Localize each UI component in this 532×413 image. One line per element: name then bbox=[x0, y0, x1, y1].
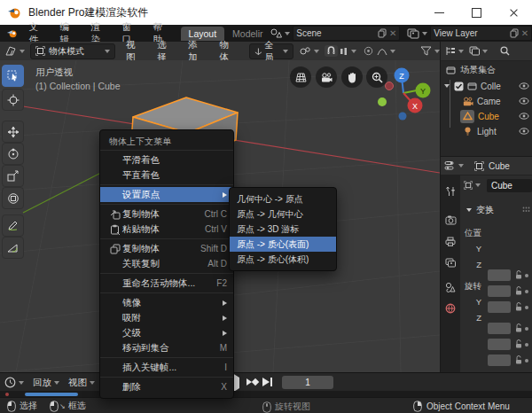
scale-tool[interactable] bbox=[2, 165, 24, 187]
object-selector[interactable] bbox=[464, 181, 481, 190]
menu-item-rename-active[interactable]: 重命名活动物体...F2 bbox=[100, 276, 233, 291]
menu-item-duplicate-objects[interactable]: 复制物体Shift D bbox=[100, 241, 233, 256]
minimize-button[interactable] bbox=[420, 0, 458, 25]
outliner-filter-dropdown[interactable] bbox=[469, 46, 488, 56]
search-icon[interactable] bbox=[500, 46, 510, 56]
unlink-scene-icon[interactable]: ✕ bbox=[389, 28, 396, 38]
timeline-editor-type-button[interactable] bbox=[4, 377, 24, 388]
outliner-camera-row[interactable]: Came bbox=[441, 94, 532, 108]
camera-view-button[interactable] bbox=[316, 66, 337, 88]
lock-icon[interactable] bbox=[514, 301, 523, 312]
rotate-tool[interactable] bbox=[2, 143, 24, 165]
frame-range-handle[interactable] bbox=[25, 393, 78, 396]
lock-icon[interactable] bbox=[514, 339, 523, 349]
menu-item-paste-objects[interactable]: 粘贴物体Ctrl V bbox=[100, 222, 233, 237]
object-name-field[interactable]: Cube bbox=[487, 179, 532, 192]
timeline-scrollbar[interactable] bbox=[0, 391, 532, 397]
view-layer-field[interactable]: View Layer ✕ bbox=[430, 26, 532, 41]
mode-dropdown[interactable]: 物体模式 bbox=[30, 43, 115, 59]
toggle-projection-button[interactable] bbox=[290, 66, 311, 88]
close-button[interactable] bbox=[495, 0, 532, 25]
outliner-scene-collection[interactable]: 场景集合 bbox=[441, 63, 532, 77]
scene-selector[interactable] bbox=[270, 28, 290, 39]
axis-y-label: Y bbox=[420, 87, 426, 96]
checkbox-checked-icon[interactable] bbox=[454, 82, 464, 91]
outliner-collection-row[interactable]: Colle bbox=[441, 79, 532, 93]
remove-view-layer-icon[interactable]: ✕ bbox=[521, 28, 528, 38]
menu-item-shade-smooth[interactable]: 平滑着色 bbox=[100, 152, 233, 168]
navigation-gizmo[interactable]: Z Y X bbox=[372, 64, 436, 126]
keyframe-dot[interactable] bbox=[525, 327, 528, 331]
menu-item-snap[interactable]: 吸附 bbox=[100, 310, 233, 325]
properties-editor-type-button[interactable] bbox=[444, 160, 464, 171]
annotate-tool[interactable] bbox=[2, 214, 24, 237]
submenu-item-origin-to-com-volume[interactable]: 原点 -> 质心(体积) bbox=[230, 252, 336, 267]
expander-icon[interactable] bbox=[444, 84, 450, 88]
scene-name-field[interactable]: Scene ✕ bbox=[293, 26, 400, 41]
editor-type-button[interactable] bbox=[4, 45, 25, 57]
outliner-light-row[interactable]: Light bbox=[441, 124, 532, 138]
rotation-x-field[interactable] bbox=[488, 323, 511, 334]
keyframe-dot[interactable] bbox=[525, 343, 528, 347]
location-z-field[interactable] bbox=[488, 301, 511, 313]
keyframe-dot[interactable] bbox=[525, 290, 528, 293]
keyframe-dot[interactable] bbox=[525, 274, 528, 277]
menu-item-parent[interactable]: 父级 bbox=[100, 325, 233, 340]
submenu-item-origin-to-3d-cursor[interactable]: 原点 -> 3D 游标 bbox=[230, 222, 336, 237]
keyframe-dot[interactable] bbox=[525, 359, 528, 362]
snap-toggle[interactable] bbox=[325, 45, 338, 57]
rotation-y-field[interactable] bbox=[488, 339, 511, 350]
eye-icon[interactable] bbox=[519, 97, 529, 105]
copy-view-layer-icon[interactable] bbox=[510, 28, 519, 38]
measure-tool[interactable] bbox=[2, 237, 24, 259]
menu-item-duplicate-linked[interactable]: 关联复制Alt D bbox=[100, 256, 233, 271]
view-layer-selector[interactable] bbox=[407, 28, 427, 39]
keyframe-dot[interactable] bbox=[525, 306, 528, 309]
lock-icon[interactable] bbox=[514, 269, 523, 280]
cursor-tool[interactable] bbox=[2, 89, 24, 111]
pivot-point-dropdown[interactable] bbox=[300, 46, 319, 56]
lock-icon[interactable] bbox=[514, 355, 523, 365]
playback-menu[interactable]: 回放 bbox=[33, 377, 59, 389]
proportional-editing-toggle[interactable] bbox=[364, 46, 373, 56]
view-menu-timeline[interactable]: 视图 bbox=[68, 377, 95, 389]
lock-icon[interactable] bbox=[514, 323, 523, 333]
submenu-item-origin-to-geometry[interactable]: 原点 -> 几何中心 bbox=[230, 206, 336, 222]
snapping-dropdown[interactable] bbox=[340, 47, 356, 56]
maximize-button[interactable] bbox=[458, 0, 495, 25]
outliner-cube-row[interactable]: Cube bbox=[441, 109, 532, 123]
transform-panel-header[interactable]: 变换 bbox=[464, 204, 494, 216]
tab-tool[interactable] bbox=[441, 182, 460, 201]
copy-scene-icon[interactable] bbox=[378, 28, 387, 38]
menu-item-set-origin[interactable]: 设置原点 bbox=[100, 187, 233, 202]
transform-tool[interactable] bbox=[2, 187, 24, 209]
menu-item-insert-keyframe[interactable]: 插入关键帧...I bbox=[100, 360, 233, 375]
location-y-field[interactable] bbox=[488, 285, 511, 297]
visibility-filter-dropdown[interactable] bbox=[420, 46, 440, 56]
select-box-tool[interactable] bbox=[2, 65, 24, 87]
blender-menu-icon[interactable] bbox=[6, 27, 19, 39]
orientation-dropdown[interactable]: 全局 bbox=[249, 43, 293, 59]
menu-item-mirror[interactable]: 镜像 bbox=[100, 295, 233, 310]
rotation-z-field[interactable] bbox=[488, 355, 511, 366]
falloff-dropdown[interactable] bbox=[377, 47, 395, 56]
pan-view-button[interactable] bbox=[341, 66, 363, 88]
eye-icon[interactable] bbox=[519, 128, 529, 135]
lock-icon[interactable] bbox=[514, 285, 523, 296]
move-tool[interactable] bbox=[2, 121, 24, 143]
menu-item-delete[interactable]: 删除X bbox=[100, 379, 233, 394]
tab-render[interactable] bbox=[441, 210, 460, 230]
panel-grip-icon[interactable] bbox=[522, 206, 530, 214]
eye-icon[interactable] bbox=[519, 113, 529, 120]
menu-item-move-to-collection[interactable]: 移动到集合M bbox=[100, 340, 233, 355]
submenu-item-geometry-to-origin[interactable]: 几何中心 -> 原点 bbox=[230, 191, 336, 206]
menu-item-shade-flat[interactable]: 平直着色 bbox=[100, 168, 233, 183]
jump-to-end-button[interactable] bbox=[262, 378, 272, 386]
outliner-display-mode-dropdown[interactable] bbox=[445, 46, 464, 56]
location-x-field[interactable] bbox=[488, 269, 511, 281]
next-keyframe-button[interactable] bbox=[246, 378, 258, 386]
current-frame-field[interactable]: 1 bbox=[282, 376, 333, 389]
submenu-item-origin-to-com-surface[interactable]: 原点 -> 质心(表面) bbox=[230, 237, 336, 252]
menu-item-copy-objects[interactable]: 复制物体Ctrl C bbox=[100, 206, 233, 222]
eye-icon[interactable] bbox=[519, 82, 529, 90]
